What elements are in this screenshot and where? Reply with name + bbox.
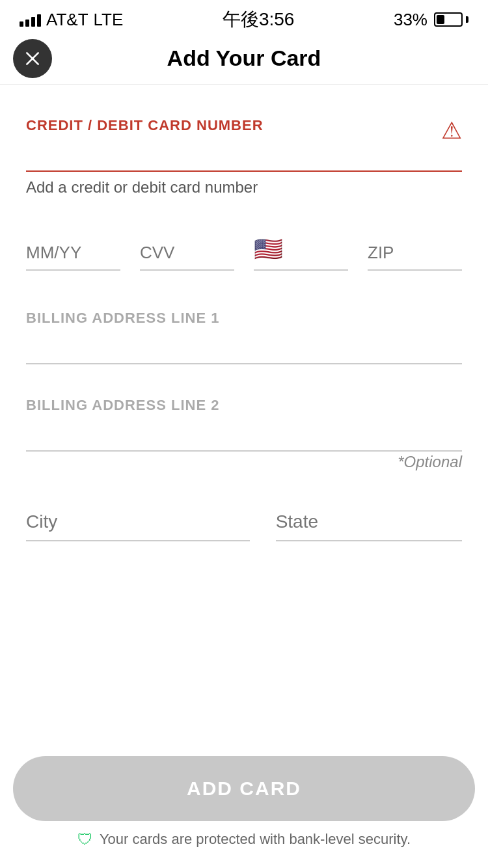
address-line2-section: BILLING ADDRESS LINE 2 *Optional (26, 397, 462, 471)
security-text: Your cards are protected with bank-level… (100, 831, 411, 848)
country-flag-field (254, 229, 348, 271)
security-row: 🛡 Your cards are protected with bank-lev… (13, 821, 475, 855)
page-title: Add Your Card (167, 46, 321, 71)
battery-icon (434, 12, 468, 27)
status-time: 午後3:56 (223, 7, 295, 32)
network-type: LTE (94, 10, 124, 30)
zip-input[interactable] (368, 236, 462, 271)
address-line2-input[interactable] (26, 414, 462, 452)
status-bar: AT&T LTE 午後3:56 33% (0, 0, 488, 35)
state-field (276, 504, 462, 541)
bottom-area: ADD CARD 🛡 Your cards are protected with… (0, 756, 488, 868)
state-input[interactable] (276, 504, 462, 541)
card-number-error: Add a credit or debit card number (26, 178, 462, 197)
country-flag-input[interactable] (254, 229, 348, 271)
address-line2-label: BILLING ADDRESS LINE 2 (26, 397, 219, 413)
card-number-input[interactable] (26, 137, 462, 172)
mid-row (26, 229, 462, 271)
shield-icon: 🛡 (77, 830, 93, 848)
error-icon: ⚠ (441, 117, 462, 144)
signal-icon (20, 12, 41, 27)
close-button[interactable] (13, 39, 52, 78)
card-number-section: CREDIT / DEBIT CARD NUMBER ⚠ Add a credi… (26, 117, 462, 197)
carrier-name: AT&T (46, 10, 88, 30)
city-state-row (26, 504, 462, 541)
address-line1-section: BILLING ADDRESS LINE 1 (26, 310, 462, 364)
optional-label: *Optional (398, 453, 462, 471)
cvv-field (140, 236, 234, 271)
battery-percent: 33% (394, 10, 427, 30)
cvv-input[interactable] (140, 236, 234, 271)
city-field (26, 504, 250, 541)
address-line1-input[interactable] (26, 327, 462, 364)
zip-field (368, 236, 462, 271)
city-input[interactable] (26, 504, 250, 541)
status-right: 33% (394, 10, 468, 30)
status-left: AT&T LTE (20, 10, 123, 30)
page-header: Add Your Card (0, 35, 488, 85)
address-line1-label: BILLING ADDRESS LINE 1 (26, 310, 219, 326)
expiry-field (26, 236, 120, 271)
expiry-input[interactable] (26, 236, 120, 271)
card-form: CREDIT / DEBIT CARD NUMBER ⚠ Add a credi… (0, 85, 488, 541)
card-number-label: CREDIT / DEBIT CARD NUMBER (26, 117, 462, 134)
add-card-button[interactable]: ADD CARD (13, 756, 475, 821)
